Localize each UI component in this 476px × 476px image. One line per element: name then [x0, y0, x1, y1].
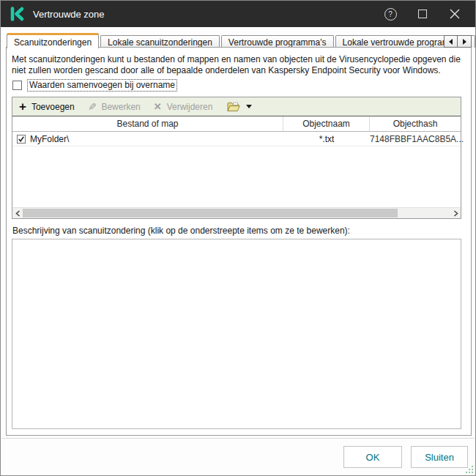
tab-scrollers: [444, 35, 472, 48]
delete-x-icon: ✕: [154, 101, 162, 112]
arrow-left-icon: [449, 39, 453, 45]
close-button[interactable]: [447, 7, 462, 21]
kaspersky-logo-icon: [10, 7, 25, 21]
row-object-name: *.txt: [283, 134, 370, 144]
footer-separator: [1, 438, 475, 439]
row-file: MyFolder\: [30, 134, 69, 144]
titlebar: Vertrouwde zone ?: [1, 1, 475, 27]
chevron-right-icon: [453, 210, 458, 217]
exclusions-table: + Toevoegen ✎ Bewerken ✕ Verwijderen: [12, 97, 461, 219]
add-button-label: Toevoegen: [31, 102, 75, 112]
row-object-hash: 7148FBBF1AAC8B5A...: [370, 134, 461, 144]
help-icon: ?: [384, 8, 397, 21]
merge-checkbox[interactable]: [12, 81, 22, 90]
import-export-dropdown[interactable]: [227, 102, 252, 112]
tab-strip: Scanuitzonderingen Lokale scanuitzonderi…: [7, 33, 439, 48]
scanuitzonderingen-panel: Met scanuitzonderingen kunt u bestanden …: [6, 47, 472, 436]
maximize-button[interactable]: [415, 7, 430, 21]
exclusion-description-label: Beschrijving van scanuitzondering (klik …: [12, 226, 350, 236]
delete-button[interactable]: ✕ Verwijderen: [154, 101, 213, 112]
plus-icon: +: [19, 102, 26, 112]
scrollbar-thumb[interactable]: [23, 209, 398, 217]
merge-checkbox-label: Waarden samenvoegen bij overname: [27, 79, 177, 92]
delete-button-label: Verwijderen: [167, 102, 213, 112]
scroll-right-button[interactable]: [450, 208, 461, 218]
sluiten-button[interactable]: Sluiten: [411, 446, 468, 468]
arrow-right-icon: [463, 39, 466, 45]
panel-description: Met scanuitzonderingen kunt u bestanden …: [12, 54, 464, 76]
horizontal-scrollbar[interactable]: [12, 207, 461, 218]
row-checkbox[interactable]: [17, 135, 26, 144]
ok-button[interactable]: OK: [343, 446, 402, 468]
folder-icon: [227, 102, 240, 112]
close-icon: [450, 9, 460, 19]
table-header: Bestand of map Objectnaam Objecthash: [12, 116, 461, 132]
exclusion-description-box: [12, 239, 461, 429]
tab-vertrouwde-programmas[interactable]: Vertrouwde programma's: [221, 35, 334, 48]
dropdown-caret-icon: [246, 105, 252, 108]
column-header-objectnaam[interactable]: Objectnaam: [283, 116, 370, 131]
scroll-left-button[interactable]: [12, 208, 23, 218]
tab-scroll-left-button[interactable]: [444, 35, 458, 48]
window-title: Vertrouwde zone: [33, 9, 105, 20]
table-row[interactable]: MyFolder\ *.txt 7148FBBF1AAC8B5A...: [12, 132, 461, 146]
tab-lokale-scanuitzonderingen[interactable]: Lokale scanuitzonderingen: [100, 35, 220, 48]
help-button[interactable]: ?: [383, 7, 398, 21]
resize-grip[interactable]: [466, 466, 473, 473]
column-header-objecthash[interactable]: Objecthash: [370, 116, 461, 131]
table-toolbar: + Toevoegen ✎ Bewerken ✕ Verwijderen: [12, 97, 461, 116]
edit-button[interactable]: ✎ Bewerken: [88, 101, 141, 113]
pencil-icon: ✎: [88, 101, 97, 113]
edit-button-label: Bewerken: [101, 102, 140, 112]
tab-scanuitzonderingen[interactable]: Scanuitzonderingen: [7, 33, 99, 48]
column-header-bestand[interactable]: Bestand of map: [12, 116, 283, 131]
add-button[interactable]: + Toevoegen: [19, 102, 75, 112]
tab-scroll-right-button[interactable]: [458, 35, 472, 48]
table-empty-area: [12, 146, 461, 207]
vertrouwde-zone-dialog: Vertrouwde zone ? Scanuitzonderingen Lok…: [0, 0, 476, 476]
chevron-left-icon: [15, 210, 21, 217]
merge-checkbox-row[interactable]: Waarden samenvoegen bij overname: [12, 79, 177, 92]
maximize-icon: [418, 10, 427, 18]
